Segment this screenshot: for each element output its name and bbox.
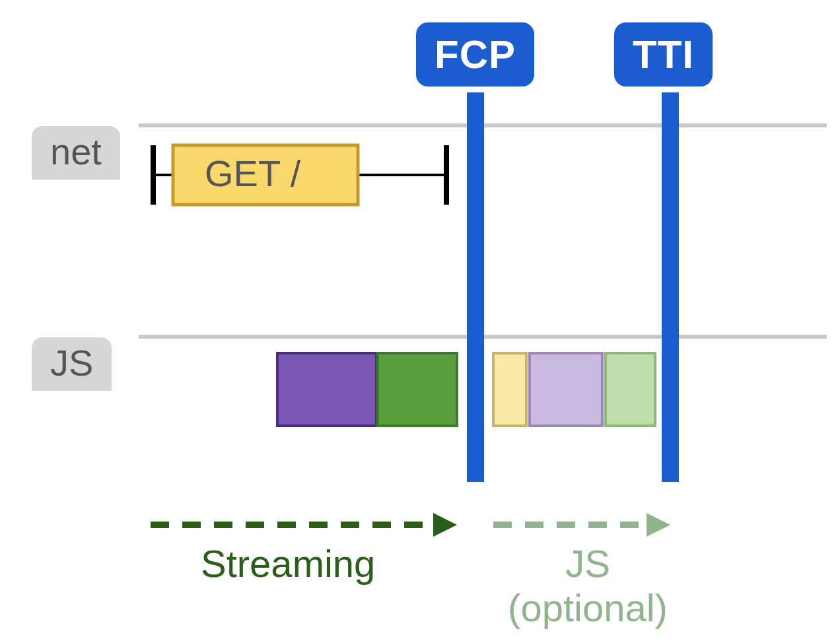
js-block-optional-3	[606, 353, 655, 426]
streaming-phase-label: Streaming	[201, 541, 375, 586]
tti-marker-badge: TTI	[614, 22, 713, 86]
js-optional-arrow-head	[647, 513, 670, 537]
net-row-label: net	[32, 126, 120, 180]
rendering-timeline-diagram: FCP TTI net JS GET / Streaming JS (optio…	[13, 13, 827, 630]
fcp-marker-line	[467, 92, 484, 482]
net-request-label: GET /	[205, 152, 300, 195]
tti-marker-line	[662, 92, 679, 482]
streaming-arrow-head	[433, 513, 457, 537]
js-block-optional-2	[530, 353, 602, 426]
js-block-exec	[378, 353, 457, 426]
js-optional-phase-label: JS (optional)	[502, 541, 674, 630]
js-block-optional-1	[493, 353, 526, 426]
js-optional-line2: (optional)	[508, 586, 668, 629]
fcp-marker-badge: FCP	[416, 22, 534, 86]
js-row-label: JS	[32, 337, 112, 391]
js-optional-line1: JS	[565, 542, 610, 585]
js-block-parse	[277, 353, 376, 426]
diagram-svg	[13, 13, 827, 630]
